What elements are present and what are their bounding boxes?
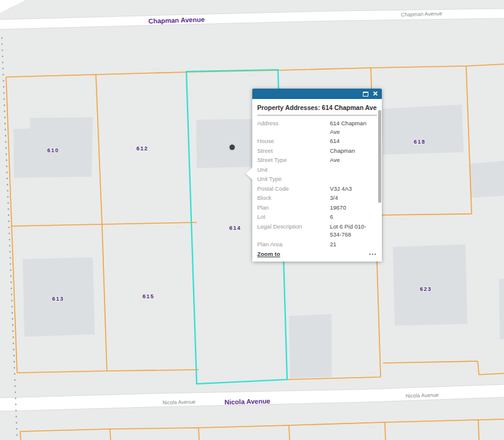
field-row: House 614 [257, 136, 377, 146]
field-value [330, 166, 377, 174]
field-row: Street Type Ave [257, 155, 377, 165]
field-label: Legal Description [257, 222, 330, 239]
field-value: 3/4 [330, 194, 377, 202]
close-icon[interactable]: ✕ [373, 90, 378, 97]
popup-divider [257, 115, 377, 116]
map-view[interactable]: Chapman Avenue Chapman Avenue Nicola Ave… [0, 0, 504, 440]
popup-scrollbar[interactable] [378, 110, 381, 203]
field-value: 614 Chapman Ave [330, 119, 377, 136]
more-options-icon[interactable]: ••• [369, 251, 377, 257]
field-row: Plan 19670 [257, 203, 377, 213]
field-row: Lot 6 [257, 212, 377, 222]
field-label: Postal Code [257, 185, 330, 193]
field-value: Lot 6 Pid 010-534-768 [330, 222, 377, 239]
field-row: Postal Code V3J 4A3 [257, 184, 377, 194]
parcel-label-623: 623 [420, 286, 432, 292]
popup-footer: Zoom to ••• [257, 249, 377, 262]
parcel-label-618: 618 [414, 139, 426, 145]
field-row: Unit Type [257, 174, 377, 184]
building-right-top [469, 161, 504, 198]
parcel-label-615: 615 [142, 293, 155, 299]
street-label-nicola-small-left: Nicola Avenue [163, 398, 196, 405]
field-label: House [257, 137, 330, 145]
field-row: Unit [257, 165, 377, 175]
survey-dotted-line [2, 38, 17, 439]
field-row: Address 614 Chapman Ave [257, 119, 377, 136]
field-value: 21 [330, 240, 377, 249]
field-value [330, 175, 377, 183]
popup-header: ✕ [252, 89, 382, 99]
field-row: Street Chapman [257, 146, 377, 156]
field-label: Address [257, 119, 330, 136]
street-label-nicola-primary: Nicola Avenue [224, 397, 270, 406]
field-label: Plan [257, 204, 330, 212]
field-value: 19670 [330, 204, 377, 212]
field-label: Street Type [257, 156, 330, 164]
field-label: Unit Type [257, 175, 330, 183]
property-popup: ✕ Property Addresses: 614 Chapman Ave Ad… [252, 89, 382, 262]
field-label: Unit [257, 166, 330, 174]
field-value: Ave [330, 156, 377, 164]
field-value: 6 [330, 213, 377, 221]
street-label-chapman-small: Chapman Avenue [401, 10, 442, 18]
field-value: 614 [330, 137, 377, 145]
popup-title: Property Addresses: 614 Chapman Ave [257, 102, 377, 115]
popup-body: Property Addresses: 614 Chapman Ave Addr… [252, 99, 382, 262]
field-label: Lot [257, 213, 330, 221]
parcel-label-610: 610 [47, 147, 59, 153]
field-row: Block 3/4 [257, 193, 377, 203]
selected-feature-marker [230, 145, 235, 150]
parcel-label-614: 614 [229, 225, 241, 231]
maximize-icon[interactable] [363, 92, 368, 97]
building-618 [382, 105, 464, 155]
field-value: V3J 4A3 [330, 185, 377, 193]
field-value: Chapman [330, 147, 377, 155]
field-label: Plan Area [257, 240, 330, 249]
road-corner-wedge [0, 0, 26, 13]
building-right-bottom [499, 279, 504, 339]
attribute-table: Address 614 Chapman Ave House 614 Street… [257, 119, 377, 249]
field-row: Plan Area 21 [257, 240, 377, 249]
zoom-to-link[interactable]: Zoom to [257, 251, 280, 257]
field-row: Legal Description Lot 6 Pid 010-534-768 [257, 222, 377, 240]
field-label: Street [257, 147, 330, 155]
building-623 [393, 244, 467, 326]
parcel-boundaries-south-block[interactable] [20, 419, 504, 440]
building-middle-lower [289, 314, 332, 378]
parcel-label-613: 613 [52, 296, 64, 302]
field-label: Block [257, 194, 330, 202]
parcel-label-612: 612 [136, 145, 148, 152]
street-label-nicola-small-right: Nicola Avenue [406, 392, 439, 399]
